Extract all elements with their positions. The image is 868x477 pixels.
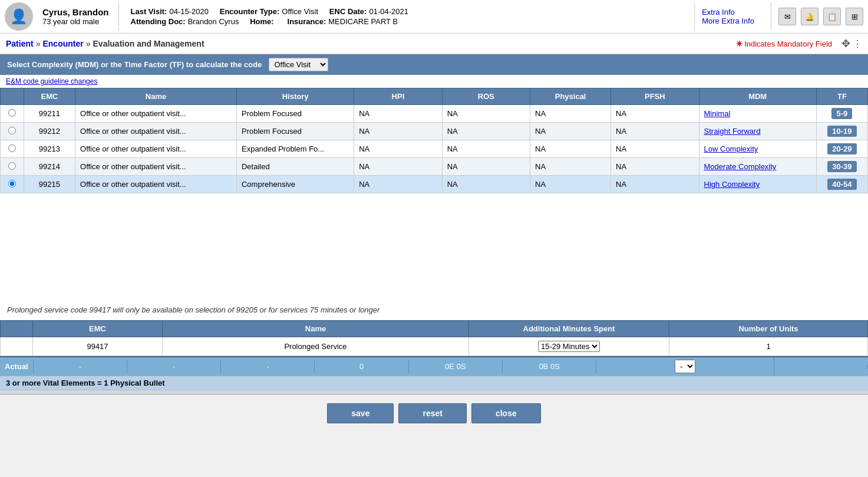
col-pfsh-header: PFSH <box>611 88 699 105</box>
home-label: Home: <box>250 17 273 26</box>
row-radio-3[interactable] <box>1 158 24 176</box>
main-content: Select Complexity (MDM) or the Time Fact… <box>0 54 868 432</box>
actual-col5: 0E 0S <box>409 360 503 373</box>
attending-doc-label: Attending Doc: <box>131 17 186 26</box>
visit-details: Last Visit: 04-15-2020 Encounter Type: O… <box>118 2 685 31</box>
extra-info-links[interactable]: Extra Info More Extra Info <box>694 2 761 31</box>
extra-info-link[interactable]: Extra Info <box>702 8 754 17</box>
row-history-0: Problem Focused <box>236 105 354 123</box>
bottom-row-emc: 99417 <box>33 337 163 356</box>
actual-col3: - <box>221 360 315 373</box>
breadcrumb-encounter[interactable]: Encounter <box>42 39 83 48</box>
row-radio-1[interactable] <box>1 123 24 140</box>
breadcrumb-current: Evaluation and Management <box>93 39 204 48</box>
more-options-icon[interactable]: ⋮ <box>853 38 862 50</box>
patient-name: Cyrus, Brandon <box>42 7 109 17</box>
bottom-col-name: Name <box>163 321 469 337</box>
patient-avatar: 👤 <box>5 2 33 31</box>
row-history-3: Detailed <box>236 158 354 176</box>
email-icon[interactable]: ✉ <box>778 8 796 25</box>
enc-date-label: ENC Date: <box>329 7 367 16</box>
actual-col8 <box>774 364 868 369</box>
row-emc-3: 99214 <box>24 158 75 176</box>
grid-icon[interactable]: ⊞ <box>846 8 863 25</box>
row-radio-2[interactable] <box>1 140 24 158</box>
row-tf-1: 10-19 <box>816 123 867 140</box>
col-emc-header: EMC <box>24 88 75 105</box>
action-bar: save reset close <box>0 394 868 432</box>
header-icons: ✉ 🔔 📋 ⊞ <box>771 2 863 31</box>
row-tf-3: 30-39 <box>816 158 867 176</box>
row-name-1: Office or other outpatient visit... <box>75 123 237 140</box>
row-history-1: Problem Focused <box>236 123 354 140</box>
bottom-col-units: Number of Units <box>669 321 868 337</box>
table-row[interactable]: 99213 Office or other outpatient visit..… <box>1 140 868 158</box>
row-radio-0[interactable] <box>1 105 24 123</box>
reset-button[interactable]: reset <box>398 403 466 423</box>
row-ros-0: NA <box>442 105 530 123</box>
col-name-header: Name <box>75 88 237 105</box>
actual-select[interactable]: - <box>675 360 695 373</box>
prolonged-note: Prolonged service code 99417 will only b… <box>0 300 868 320</box>
empty-space <box>0 193 868 300</box>
row-mdm-2: Low Complexity <box>699 140 816 158</box>
actual-col6: 0B 0S <box>503 360 596 373</box>
row-tf-4: 40-54 <box>816 176 867 193</box>
section-title: Select Complexity (MDM) or the Time Fact… <box>7 60 262 69</box>
row-ros-4: NA <box>442 176 530 193</box>
row-pfsh-3: NA <box>611 158 699 176</box>
bell-icon[interactable]: 🔔 <box>801 8 819 25</box>
clipboard-icon[interactable]: 📋 <box>823 8 841 25</box>
bottom-row-minutes[interactable]: 15-29 Minutes 30-44 Minutes 45-59 Minute… <box>469 337 669 356</box>
vital-note: 3 or more Vital Elements = 1 Physical Bu… <box>0 376 868 390</box>
row-ros-1: NA <box>442 123 530 140</box>
row-mdm-0: Minimal <box>699 105 816 123</box>
bottom-table: EMC Name Additional Minutes Spent Number… <box>0 320 868 356</box>
last-visit-value: 04-15-2020 <box>169 7 209 16</box>
actual-col1: - <box>34 360 127 373</box>
row-mdm-4: High Complexity <box>699 176 816 193</box>
save-button[interactable]: save <box>327 403 394 423</box>
row-radio-4[interactable] <box>1 176 24 193</box>
col-hpi-header: HPI <box>354 88 442 105</box>
resize-icon[interactable]: ✥ <box>841 37 850 50</box>
bottom-row-name: Prolonged Service <box>163 337 469 356</box>
row-physical-4: NA <box>530 176 611 193</box>
col-tf-header: TF <box>816 88 867 105</box>
row-pfsh-4: NA <box>611 176 699 193</box>
header: 👤 Cyrus, Brandon 73 year old male Last V… <box>0 0 868 34</box>
row-name-3: Office or other outpatient visit... <box>75 158 237 176</box>
row-pfsh-0: NA <box>611 105 699 123</box>
guideline-link[interactable]: E&M code guideline changes <box>0 76 103 87</box>
encounter-type-label: Encounter Type: <box>220 7 280 16</box>
last-visit-label: Last Visit: <box>131 7 167 16</box>
row-physical-0: NA <box>530 105 611 123</box>
col-radio <box>1 88 24 105</box>
table-row[interactable]: 99215 Office or other outpatient visit..… <box>1 176 868 193</box>
insurance-value: MEDICARE PART B <box>328 17 398 26</box>
minutes-dropdown[interactable]: 15-29 Minutes 30-44 Minutes 45-59 Minute… <box>538 341 600 352</box>
table-row[interactable]: 99211 Office or other outpatient visit..… <box>1 105 868 123</box>
actual-row: Actual - - - 0 0E 0S 0B 0S - <box>0 356 868 376</box>
row-name-4: Office or other outpatient visit... <box>75 176 237 193</box>
visit-type-dropdown[interactable]: Office Visit New Patient Telehealth <box>269 58 328 71</box>
bottom-col-emc: EMC <box>33 321 163 337</box>
more-extra-info-link[interactable]: More Extra Info <box>702 17 754 25</box>
close-button[interactable]: close <box>471 403 541 423</box>
section-header: Select Complexity (MDM) or the Time Fact… <box>0 54 868 75</box>
bottom-row-units: 1 <box>669 337 868 356</box>
breadcrumb-patient[interactable]: Patient <box>6 39 34 48</box>
row-mdm-1: Straight Forward <box>699 123 816 140</box>
mandatory-note: ✳ Indicates Mandatory Field <box>736 40 832 48</box>
actual-col7[interactable]: - <box>596 357 774 376</box>
col-physical-header: Physical <box>530 88 611 105</box>
row-physical-1: NA <box>530 123 611 140</box>
row-hpi-3: NA <box>354 158 442 176</box>
actual-col2: - <box>127 360 221 373</box>
table-row[interactable]: 99214 Office or other outpatient visit..… <box>1 158 868 176</box>
table-row[interactable]: 99212 Office or other outpatient visit..… <box>1 123 868 140</box>
breadcrumb-sep-1: » <box>36 39 41 48</box>
col-mdm-header: MDM <box>699 88 816 105</box>
row-history-4: Comprehensive <box>236 176 354 193</box>
row-tf-2: 20-29 <box>816 140 867 158</box>
